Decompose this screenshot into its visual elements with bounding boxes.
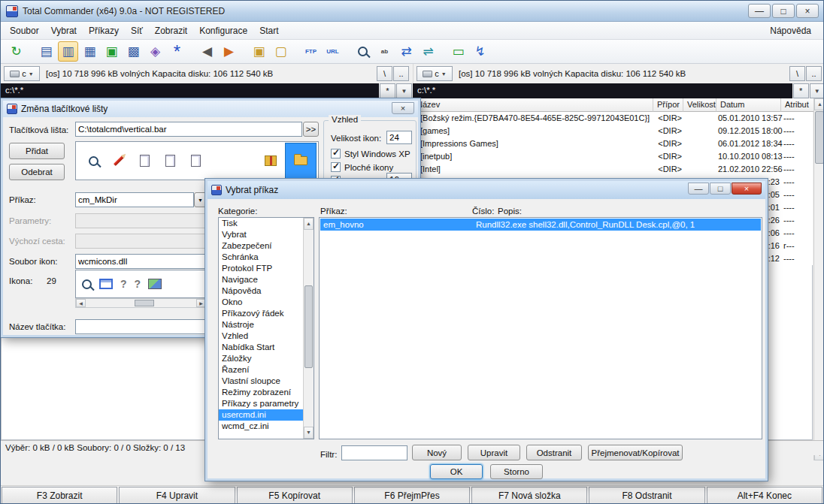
winxp-style-checkbox[interactable] <box>331 149 341 158</box>
scrollbar-thumb[interactable] <box>304 285 313 368</box>
category-item-vybrat[interactable]: Vybrat <box>219 229 303 240</box>
close-button[interactable]: × <box>796 4 819 18</box>
menu-item-p-kazy[interactable]: Příkazy <box>83 23 125 38</box>
pack-icon[interactable]: ▣ <box>249 41 269 62</box>
left-filter-star-button[interactable]: * <box>380 83 395 98</box>
unpack-icon[interactable]: ▢ <box>271 41 291 62</box>
file-row[interactable]: [games]<DIR>09.12.2015 18:00---- <box>413 125 813 137</box>
filter-input[interactable] <box>341 445 407 460</box>
command-input[interactable] <box>75 192 194 207</box>
scroll-left-icon[interactable]: ◀ <box>76 299 86 307</box>
scroll-up-icon[interactable]: ▲ <box>304 218 314 230</box>
pack-gift-button-icon[interactable] <box>259 144 282 177</box>
category-item-tisk[interactable]: Tisk <box>219 218 303 229</box>
fkey-f6-p-ejmp-es[interactable]: F6 PřejmPřes <box>354 487 470 504</box>
column-header-velikost[interactable]: Velikost <box>683 98 716 112</box>
scroll-up-icon[interactable]: ▲ <box>814 98 824 110</box>
icon-file-input[interactable] <box>75 254 207 269</box>
file-row[interactable]: [inetpub]<DIR>10.10.2010 08:13---- <box>413 150 813 163</box>
category-item-n-pov-da[interactable]: Nápověda <box>219 285 303 297</box>
menu-item-napoveda[interactable]: Nápověda <box>764 23 817 38</box>
right-filter-star-button[interactable]: * <box>793 83 809 98</box>
category-item-vlastn-sloupce[interactable]: Vlastní sloupce <box>219 376 303 387</box>
scrollbar-thumb[interactable] <box>135 300 154 306</box>
fkey-f8-odstranit[interactable]: F8 Odstranit <box>589 487 704 504</box>
file-row[interactable]: [Intel]<DIR>21.02.2010 22:56---- <box>413 163 813 176</box>
flat-icons-checkbox[interactable] <box>331 162 341 172</box>
maximize-button[interactable]: □ <box>710 183 731 195</box>
close-button[interactable]: × <box>732 183 762 195</box>
back-icon[interactable]: ◀ <box>197 41 217 62</box>
minimize-button[interactable]: — <box>748 4 771 18</box>
quick-view-icon[interactable]: ▣ <box>101 41 122 62</box>
category-scrollbar[interactable]: ▲ ▼ <box>303 218 314 439</box>
scroll-down-icon[interactable]: ▼ <box>304 427 314 439</box>
category-item-n-stroje[interactable]: Nástroje <box>219 319 303 330</box>
category-item-okno[interactable]: Okno <box>219 297 303 308</box>
icon-size-input[interactable] <box>386 131 412 144</box>
category-item-navigace[interactable]: Navigace <box>219 274 303 285</box>
search-icon[interactable] <box>353 41 373 62</box>
menu-item-s[interactable]: Síť <box>125 23 149 38</box>
command-wand-icon[interactable]: ↯ <box>470 41 490 62</box>
file-row[interactable]: [Impressions Games]<DIR>06.01.2012 18:34… <box>413 137 813 150</box>
refresh-icon[interactable]: ↻ <box>6 41 26 62</box>
category-item-azen[interactable]: Řazení <box>219 364 303 376</box>
menu-item-soubor[interactable]: Soubor <box>4 23 45 38</box>
menu-item-zobrazit[interactable]: Zobrazit <box>149 23 193 38</box>
left-drive-selector[interactable]: c ▼ <box>4 66 40 81</box>
ftp-connect-icon[interactable]: FTP <box>301 41 321 62</box>
right-path-bar[interactable]: c:\*.* <box>413 83 792 98</box>
edit-button[interactable]: Upravit <box>468 445 520 460</box>
column-header-atribut[interactable]: Atribut <box>781 98 814 112</box>
category-item-schr-nka[interactable]: Schránka <box>219 252 303 263</box>
title-bar[interactable]: Total Commander (x64) 9.0a - NOT REGISTE… <box>1 1 823 22</box>
search-button-icon[interactable] <box>82 144 105 177</box>
fkey-f3-zobrazit[interactable]: F3 Zobrazit <box>2 487 117 504</box>
category-item-z-lo-ky[interactable]: Záložky <box>219 353 303 364</box>
right-scrollbar[interactable]: ▲ ▼ <box>813 98 824 460</box>
category-item-wcmd-cz-ini[interactable]: wcmd_cz.ini <box>219 421 303 432</box>
right-up-button[interactable]: .. <box>806 66 822 81</box>
thumbnails-view-icon[interactable]: ▩ <box>123 41 144 62</box>
copy-page-button-icon[interactable] <box>133 144 156 177</box>
fkey-f5-kop-rovat[interactable]: F5 Kopírovat <box>237 487 353 504</box>
forward-icon[interactable]: ▶ <box>219 41 239 62</box>
add-button[interactable]: Přidat <box>9 143 65 159</box>
left-up-button[interactable]: .. <box>393 66 409 81</box>
command-list[interactable]: em_hovno Rundll32.exe shell32.dll,Contro… <box>319 217 762 439</box>
left-root-button[interactable]: \ <box>377 66 392 81</box>
edit-button-icon[interactable] <box>108 144 130 177</box>
column-header-n-zev[interactable]: Název <box>413 98 653 112</box>
multi-rename-icon[interactable]: ab <box>374 41 395 62</box>
right-root-button[interactable]: \ <box>789 66 805 81</box>
fkey-f4-upravit[interactable]: F4 Upravit <box>119 487 235 504</box>
brief-view-icon[interactable]: ▤ <box>36 41 56 62</box>
menu-item-vybrat[interactable]: Vybrat <box>45 23 83 38</box>
left-path-bar[interactable]: c:\*.* <box>1 83 379 98</box>
rename-copy-button[interactable]: Přejmenovat/Kopírovat <box>588 445 683 460</box>
page-button-icon[interactable] <box>159 144 181 177</box>
category-item-re-imy-zobrazen[interactable]: Režimy zobrazení <box>219 387 303 398</box>
category-item-protokol-ftp[interactable]: Protokol FTP <box>219 263 303 274</box>
config-asterisk-icon[interactable]: * <box>167 41 187 62</box>
button-name-input[interactable] <box>75 319 207 334</box>
column-header-datum[interactable]: Datum <box>716 98 781 112</box>
buttonbar-path-input[interactable] <box>75 122 302 137</box>
remove-button[interactable]: Odebrat <box>9 164 65 180</box>
ok-button[interactable]: OK <box>430 464 483 479</box>
menu-item-konfigurace[interactable]: Konfigurace <box>193 23 253 38</box>
browse-bar-button[interactable]: >> <box>303 122 319 137</box>
sync-dirs-icon[interactable]: ⇄ <box>396 41 417 62</box>
ftp-url-icon[interactable]: URL <box>323 41 343 62</box>
left-history-button[interactable]: ▼ <box>396 83 412 98</box>
column-header-p-por[interactable]: Přípor <box>653 98 683 112</box>
dialog-title-bar[interactable]: Vybrat příkaz — □ × <box>208 181 765 199</box>
category-list[interactable]: TiskVybratZabezpečeníSchránkaProtokol FT… <box>218 217 314 439</box>
category-item-p-kazov-dek[interactable]: Příkazový řádek <box>219 308 303 319</box>
category-item-nab-dka-start[interactable]: Nabídka Start <box>219 342 303 353</box>
category-item-zabezpe-en[interactable]: Zabezpečení <box>219 240 303 252</box>
selected-command-row[interactable]: em_hovno Rundll32.exe shell32.dll,Contro… <box>320 219 761 231</box>
fkey-alt-f4-konec[interactable]: Alt+F4 Konec <box>707 487 822 504</box>
menu-item-start[interactable]: Start <box>253 23 284 38</box>
